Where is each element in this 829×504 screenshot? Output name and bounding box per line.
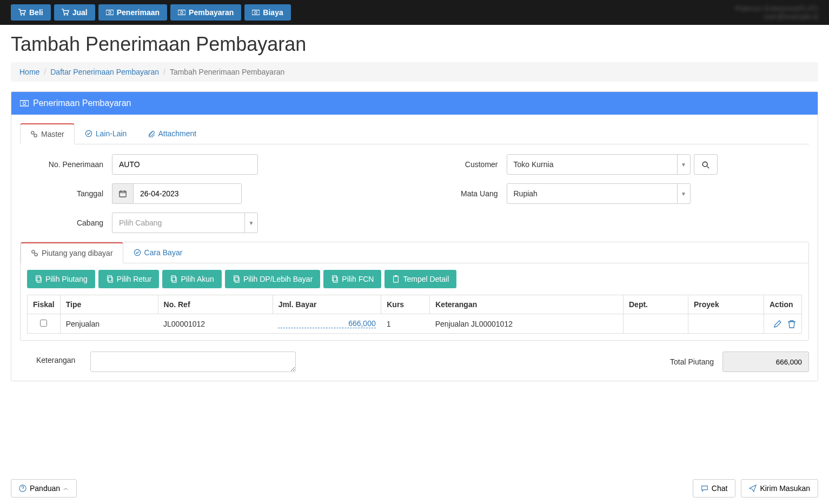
- no-penerimaan-label: No. Penerimaan: [20, 160, 112, 169]
- delete-row-button[interactable]: [787, 319, 796, 328]
- cabang-placeholder: Pilih Cabang: [119, 218, 162, 227]
- svg-rect-25: [173, 277, 177, 283]
- svg-point-11: [23, 102, 26, 105]
- svg-rect-30: [394, 276, 399, 282]
- svg-point-9: [255, 11, 257, 14]
- table-row: Penjualan JL00001012 666,000 1 Penjualan…: [28, 314, 802, 334]
- caret-down-icon: ▼: [677, 184, 690, 203]
- pilih-piutang-button[interactable]: Pilih Piutang: [27, 270, 95, 288]
- svg-rect-22: [107, 276, 111, 281]
- pilih-piutang-label: Pilih Piutang: [45, 275, 88, 283]
- money-icon: [178, 9, 185, 16]
- breadcrumb-list[interactable]: Daftar Penerimaan Pembayaran: [50, 68, 159, 76]
- main-panel: Penerimaan Pembayaran Master Lain-Lain A…: [11, 91, 818, 381]
- user-info: Platinum Enterprise(PLAT) user@example.i…: [735, 4, 818, 21]
- penerimaan-button[interactable]: Penerimaan: [98, 4, 167, 21]
- svg-point-15: [702, 162, 707, 167]
- check-circle-icon: [134, 249, 141, 256]
- tab-lain-label: Lain-Lain: [96, 129, 127, 138]
- page-title: Tambah Penerimaan Pembayaran: [11, 33, 818, 56]
- panel-title: Penerimaan Pembayaran: [33, 98, 131, 108]
- edit-row-button[interactable]: [773, 319, 782, 328]
- svg-point-0: [21, 14, 22, 16]
- svg-point-17: [32, 250, 35, 253]
- fiskal-checkbox[interactable]: [40, 320, 47, 327]
- svg-rect-6: [178, 10, 185, 15]
- pilih-fcn-button[interactable]: Pilih FCN: [323, 270, 381, 288]
- th-proyek: Proyek: [688, 295, 764, 314]
- pilih-akun-label: Pilih Akun: [181, 275, 214, 283]
- total-piutang-value: [722, 352, 809, 372]
- money-icon: [252, 9, 260, 16]
- pilih-akun-button[interactable]: Pilih Akun: [162, 270, 221, 288]
- tab-piutang[interactable]: Piutang yang dibayar: [21, 242, 123, 263]
- cell-jml-bayar[interactable]: 666,000: [278, 319, 376, 328]
- breadcrumb: Home Daftar Penerimaan Pembayaran Tambah…: [11, 62, 818, 82]
- tab-lain-lain[interactable]: Lain-Lain: [75, 123, 137, 144]
- tempel-detail-button[interactable]: Tempel Detail: [384, 270, 456, 288]
- jual-label: Jual: [72, 8, 88, 17]
- money-icon: [106, 9, 114, 16]
- copy-icon: [170, 275, 177, 283]
- paste-icon: [392, 275, 400, 283]
- svg-rect-27: [235, 277, 239, 283]
- svg-rect-8: [252, 10, 260, 15]
- gears-icon: [30, 130, 38, 138]
- cabang-label: Cabang: [20, 218, 112, 227]
- biaya-button[interactable]: Biaya: [244, 4, 290, 21]
- mata-uang-label: Mata Uang: [415, 189, 507, 198]
- th-dept: Dept.: [624, 295, 688, 314]
- panel-heading: Penerimaan Pembayaran: [11, 92, 818, 115]
- pembayaran-label: Pembayaran: [189, 8, 234, 17]
- tab-piutang-label: Piutang yang dibayar: [42, 249, 113, 257]
- gears-icon: [31, 249, 38, 257]
- svg-rect-10: [20, 101, 29, 106]
- copy-icon: [233, 275, 240, 283]
- th-kurs: Kurs: [381, 295, 430, 314]
- cell-no-ref: JL00001012: [158, 314, 273, 334]
- cell-proyek: [688, 314, 764, 334]
- svg-rect-26: [234, 276, 238, 281]
- trash-icon: [787, 320, 796, 328]
- svg-rect-23: [108, 277, 112, 283]
- pilih-retur-label: Pilih Retur: [117, 275, 152, 283]
- calendar-icon: [112, 183, 133, 204]
- copy-icon: [331, 275, 339, 283]
- cabang-select[interactable]: Pilih Cabang ▼: [112, 213, 258, 233]
- tab-cara-bayar[interactable]: Cara Bayar: [123, 242, 193, 263]
- pilih-dp-button[interactable]: Pilih DP/Lebih Bayar: [225, 270, 320, 288]
- tab-master[interactable]: Master: [20, 123, 75, 144]
- keterangan-label: Keterangan: [20, 352, 90, 364]
- search-icon: [702, 161, 709, 169]
- penerimaan-label: Penerimaan: [117, 8, 160, 17]
- tab-master-label: Master: [41, 130, 64, 138]
- pilih-retur-button[interactable]: Pilih Retur: [98, 270, 160, 288]
- mata-uang-select[interactable]: Rupiah ▼: [507, 183, 691, 204]
- customer-search-button[interactable]: [694, 154, 718, 175]
- th-no-ref: No. Ref: [158, 295, 273, 314]
- no-penerimaan-input[interactable]: [112, 154, 258, 175]
- tanggal-input[interactable]: [133, 183, 242, 204]
- pembayaran-button[interactable]: Pembayaran: [170, 4, 241, 21]
- check-circle-icon: [85, 130, 92, 137]
- beli-label: Beli: [29, 8, 43, 17]
- biaya-label: Biaya: [263, 8, 283, 17]
- customer-select[interactable]: Toko Kurnia ▼: [507, 154, 691, 175]
- cell-tipe: Penjualan: [60, 314, 158, 334]
- beli-button[interactable]: Beli: [11, 4, 51, 21]
- jual-button[interactable]: Jual: [54, 4, 95, 21]
- pencil-icon: [773, 320, 782, 328]
- cart-icon: [62, 9, 69, 16]
- topbar: Beli Jual Penerimaan Pembayaran Biaya Pl…: [0, 0, 829, 25]
- svg-point-12: [31, 131, 34, 134]
- tab-cara-bayar-label: Cara Bayar: [144, 248, 183, 257]
- svg-point-7: [181, 11, 183, 14]
- tab-attachment-label: Attachment: [158, 129, 196, 138]
- keterangan-input[interactable]: [90, 352, 296, 372]
- caret-down-icon: ▼: [677, 155, 690, 174]
- tab-attachment[interactable]: Attachment: [137, 123, 207, 144]
- th-jml-bayar: Jml. Bayar: [273, 295, 381, 314]
- money-icon: [20, 99, 29, 108]
- cell-kurs: 1: [381, 314, 430, 334]
- breadcrumb-home[interactable]: Home: [19, 68, 39, 76]
